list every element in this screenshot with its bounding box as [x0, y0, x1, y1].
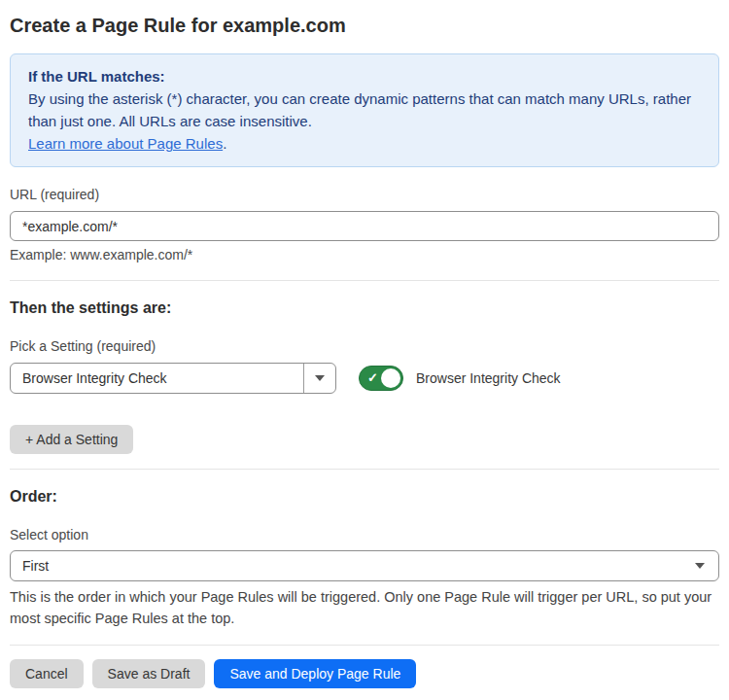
settings-section-heading: Then the settings are: [10, 299, 719, 317]
create-page-rule-form: Create a Page Rule for example.com If th… [0, 0, 729, 700]
footer-divider [10, 645, 719, 646]
pick-setting-label: Pick a Setting (required) [10, 338, 719, 354]
url-field-label: URL (required) [10, 187, 719, 202]
order-select[interactable]: First [10, 550, 719, 581]
order-select-value: First [22, 558, 49, 574]
order-helper-text: This is the order in which your Page Rul… [10, 586, 719, 629]
setting-dropdown-value: Browser Integrity Check [11, 364, 303, 393]
footer-actions: Cancel Save as Draft Save and Deploy Pag… [10, 659, 719, 688]
select-option-label: Select option [10, 527, 719, 542]
setting-dropdown[interactable]: Browser Integrity Check [10, 363, 336, 394]
url-match-info-box: If the URL matches: By using the asteris… [10, 53, 719, 167]
toggle-check-icon: ✓ [367, 371, 378, 384]
chevron-down-icon [315, 375, 325, 381]
setting-row: Browser Integrity Check ✓ Browser Integr… [10, 363, 719, 394]
info-box-body: By using the asterisk (*) character, you… [28, 88, 701, 132]
info-box-heading: If the URL matches: [28, 65, 701, 88]
cancel-button[interactable]: Cancel [10, 659, 84, 688]
save-draft-button[interactable]: Save as Draft [92, 659, 206, 688]
url-example-helper: Example: www.example.com/* [10, 247, 719, 262]
section-divider [10, 280, 719, 281]
save-deploy-button[interactable]: Save and Deploy Page Rule [214, 659, 416, 688]
info-box-link-line: Learn more about Page Rules. [28, 132, 701, 155]
section-divider [10, 469, 719, 470]
browser-integrity-toggle[interactable]: ✓ [359, 366, 403, 391]
learn-more-link[interactable]: Learn more about Page Rules [28, 135, 223, 152]
select-arrow-icon [695, 563, 705, 569]
add-setting-button[interactable]: + Add a Setting [10, 425, 133, 454]
toggle-setting-label: Browser Integrity Check [416, 370, 561, 386]
link-period: . [223, 135, 226, 152]
order-section-heading: Order: [10, 488, 719, 506]
url-input[interactable] [10, 211, 719, 241]
setting-dropdown-arrow-button[interactable] [303, 364, 335, 393]
page-title: Create a Page Rule for example.com [10, 14, 719, 37]
toggle-knob [381, 368, 400, 388]
